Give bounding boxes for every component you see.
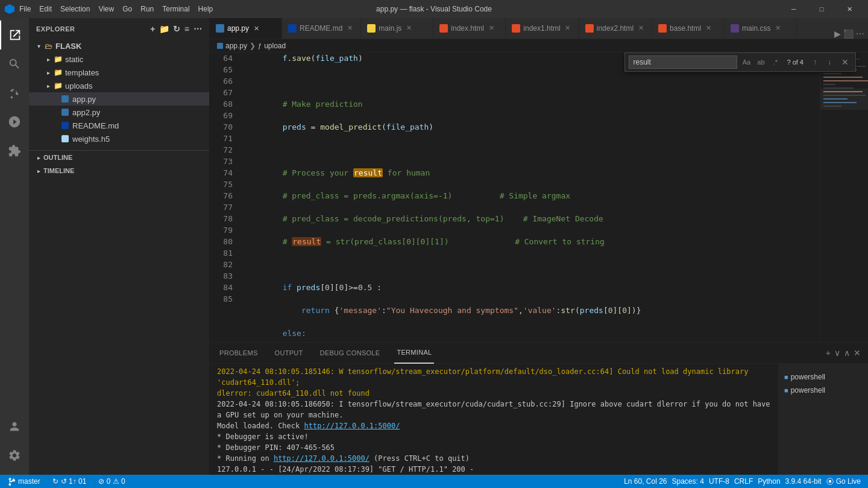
run-button[interactable]: ▶	[834, 29, 841, 39]
outline-section[interactable]: ▸ OUTLINE	[29, 151, 209, 164]
menu-file[interactable]: File	[19, 5, 31, 13]
terminal-instances: ■ powershell ■ powershell	[778, 364, 868, 475]
status-encoding[interactable]: UTF-8	[706, 477, 732, 486]
search-close-button[interactable]: ✕	[838, 55, 852, 69]
split-editor-button[interactable]: ⬛	[843, 29, 854, 39]
menu-view[interactable]: View	[98, 5, 114, 13]
tab-close-app-py[interactable]: ✕	[251, 24, 261, 33]
activity-source-control[interactable]	[0, 78, 29, 107]
status-branch[interactable]: master	[5, 477, 43, 486]
tab-main-css[interactable]: main.css ✕	[725, 18, 797, 39]
status-go-live[interactable]: Go Live	[824, 477, 863, 486]
activity-run[interactable]	[0, 107, 29, 136]
breadcrumb-file[interactable]: app.py	[225, 42, 247, 50]
tab-icon-index2-html	[585, 24, 594, 33]
code-editor[interactable]: f.save(file_path) # Make prediction pred…	[240, 52, 820, 342]
collapse-all-icon[interactable]: ≡	[184, 24, 190, 34]
match-word-option[interactable]: ab	[754, 55, 767, 69]
tree-item-readme[interactable]: ▸ README.md	[29, 119, 209, 132]
menu-run[interactable]: Run	[140, 5, 154, 13]
tree-item-static[interactable]: ▸ 📁 static	[29, 52, 209, 66]
tab-index1-html[interactable]: index1.html ✕	[506, 18, 579, 39]
panel-tab-terminal[interactable]: TERMINAL	[394, 343, 434, 364]
menu-edit[interactable]: Edit	[39, 5, 52, 13]
more-actions-icon[interactable]: ⋯	[193, 24, 203, 34]
new-folder-icon[interactable]: 📁	[159, 24, 170, 34]
tab-app-py[interactable]: app.py ✕	[210, 18, 282, 39]
powershell-icon-1: ■	[784, 373, 788, 381]
menu-terminal[interactable]: Terminal	[162, 5, 189, 13]
tab-readme[interactable]: README.md ✕	[282, 18, 361, 39]
status-errors[interactable]: ⊘ 0 ⚠ 0	[96, 477, 127, 486]
tree-item-weights[interactable]: ▸ weights.h5	[29, 132, 209, 145]
terminal-line-5: * Debugger is active!	[217, 431, 770, 442]
tab-close-main-css[interactable]: ✕	[773, 24, 782, 33]
more-tabs-button[interactable]: ⋯	[856, 29, 864, 39]
regex-option[interactable]: .*	[769, 55, 782, 69]
tab-index2-html[interactable]: index2.html ✕	[579, 18, 652, 39]
refresh-icon[interactable]: ↻	[173, 24, 181, 34]
activity-explorer[interactable]	[0, 21, 29, 49]
tab-close-index1-html[interactable]: ✕	[563, 24, 573, 33]
errors-label: ⊘ 0 ⚠ 0	[98, 477, 125, 486]
panel-tab-debug-console[interactable]: DEBUG CONSOLE	[318, 343, 383, 364]
tree-item-app-py[interactable]: ▸ app.py	[29, 92, 209, 106]
panel-tab-problems[interactable]: PROBLEMS	[217, 343, 260, 364]
search-next-button[interactable]: ↓	[823, 55, 836, 69]
activity-extensions[interactable]	[0, 136, 29, 165]
tree-item-app2-py[interactable]: ▸ app2.py	[29, 106, 209, 119]
tab-label-base-html: base.html	[670, 24, 701, 33]
timeline-label: TIMELINE	[43, 167, 74, 174]
tab-close-main-js[interactable]: ✕	[404, 24, 414, 33]
tab-close-index2-html[interactable]: ✕	[636, 24, 646, 33]
tree-root-flask[interactable]: ▾ 🗁 FLASK	[29, 39, 209, 52]
status-line-ending[interactable]: CRLF	[732, 477, 755, 486]
match-case-option[interactable]: Aa	[740, 55, 753, 69]
panel-chevron-up-icon[interactable]: ∧	[844, 348, 850, 358]
menu-selection[interactable]: Selection	[60, 5, 90, 13]
sync-icon: ↻	[52, 477, 58, 486]
tab-close-index-html[interactable]: ✕	[486, 24, 496, 33]
panel-tab-output[interactable]: OUTPUT	[272, 343, 306, 364]
tree-item-templates[interactable]: ▸ 📁 templates	[29, 66, 209, 79]
tab-close-readme[interactable]: ✕	[345, 24, 354, 33]
tab-base-html[interactable]: base.html ✕	[652, 18, 725, 39]
panel-close-button[interactable]: ✕	[854, 348, 861, 358]
terminal-instance-2[interactable]: ■ powershell	[781, 384, 866, 396]
search-input[interactable]	[629, 55, 737, 69]
templates-folder-icon: 📁	[53, 68, 63, 77]
menu-help[interactable]: Help	[198, 5, 213, 13]
status-ln-col[interactable]: Ln 60, Col 26	[621, 477, 669, 486]
maximize-button[interactable]: □	[808, 0, 835, 18]
panel-actions: + ∨ ∧ ✕	[826, 348, 861, 358]
status-sync[interactable]: ↻ ↺ 1↑ 01	[50, 477, 89, 486]
activity-account[interactable]	[0, 412, 29, 441]
tree-item-uploads[interactable]: ▸ 📁 uploads	[29, 79, 209, 92]
search-prev-button[interactable]: ↑	[808, 55, 822, 69]
close-button[interactable]: ✕	[835, 0, 863, 18]
minimap	[820, 52, 868, 342]
menu-go[interactable]: Go	[122, 5, 132, 13]
status-python-version[interactable]: 3.9.4 64-bit	[783, 477, 824, 486]
vscode-logo-icon	[5, 4, 14, 14]
breadcrumb-symbol[interactable]: upload	[264, 42, 286, 50]
flask-label: FLASK	[55, 42, 81, 51]
status-language[interactable]: Python	[755, 477, 782, 486]
terminal-line-1: 2022-04-24 08:10:05.185146: W tensorflow…	[217, 366, 770, 388]
activity-search[interactable]	[0, 49, 29, 78]
tab-close-base-html[interactable]: ✕	[703, 24, 713, 33]
tab-icon-index1-html	[512, 24, 520, 33]
tab-index-html[interactable]: index.html ✕	[433, 18, 506, 39]
tab-main-js[interactable]: main.js ✕	[361, 18, 433, 39]
status-spaces[interactable]: Spaces: 4	[670, 477, 706, 486]
new-file-icon[interactable]: +	[150, 24, 156, 34]
terminal-content[interactable]: 2022-04-24 08:10:05.185146: W tensorflow…	[210, 364, 778, 475]
new-terminal-button[interactable]: +	[826, 348, 831, 358]
timeline-section[interactable]: ▸ TIMELINE	[29, 164, 209, 177]
panel-chevron-down-icon[interactable]: ∨	[834, 348, 840, 358]
activity-settings[interactable]	[0, 441, 29, 470]
minimize-button[interactable]: ─	[780, 0, 808, 18]
tab-icon-index-html	[439, 24, 448, 33]
tab-icon-main-js	[367, 24, 376, 33]
terminal-instance-1[interactable]: ■ powershell	[781, 371, 866, 383]
